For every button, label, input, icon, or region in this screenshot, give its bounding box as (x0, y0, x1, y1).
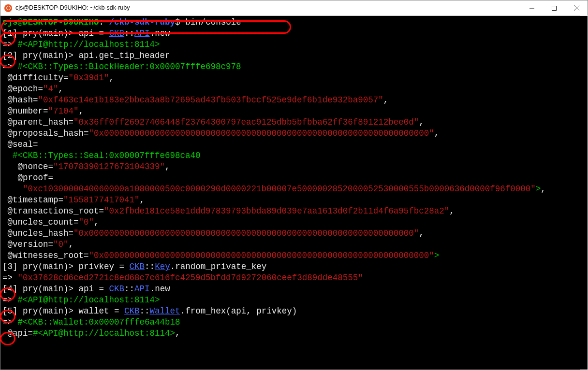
blockheader-class: #<CKB::Types::BlockHeader:0x00007fffe698… (18, 62, 241, 71)
privkey-value: 0x37628cd6ced2721c8ed68c7c616fc4259d5bfd… (23, 273, 358, 283)
svg-rect-1 (552, 6, 557, 10)
shell-user-host: cjs@DESKTOP-D9UKIHO (2, 17, 99, 27)
api-repr: #<API@http://localhost:8114> (18, 40, 160, 49)
terminal-output[interactable]: cjs@DESKTOP-D9UKIHO:~/ckb-sdk-ruby$ bin/… (0, 16, 588, 370)
seal-class: #<CKB::Types::Seal:0x00007fffe698ca40 (13, 151, 201, 160)
wallet-repr: #<CKB::Wallet:0x00007fffe6a44b18 (18, 317, 180, 327)
shell-command: bin/console (185, 17, 241, 27)
close-button[interactable] (565, 0, 588, 15)
ubuntu-icon (4, 4, 12, 12)
minimize-button[interactable] (521, 0, 543, 15)
maximize-button[interactable] (543, 0, 565, 15)
shell-path: ~/ckb-sdk-ruby (104, 17, 175, 27)
window-titlebar: cjs@DESKTOP-D9UKIHO: ~/ckb-sdk-ruby (0, 0, 588, 16)
window-title: cjs@DESKTOP-D9UKIHO: ~/ckb-sdk-ruby (15, 2, 130, 14)
